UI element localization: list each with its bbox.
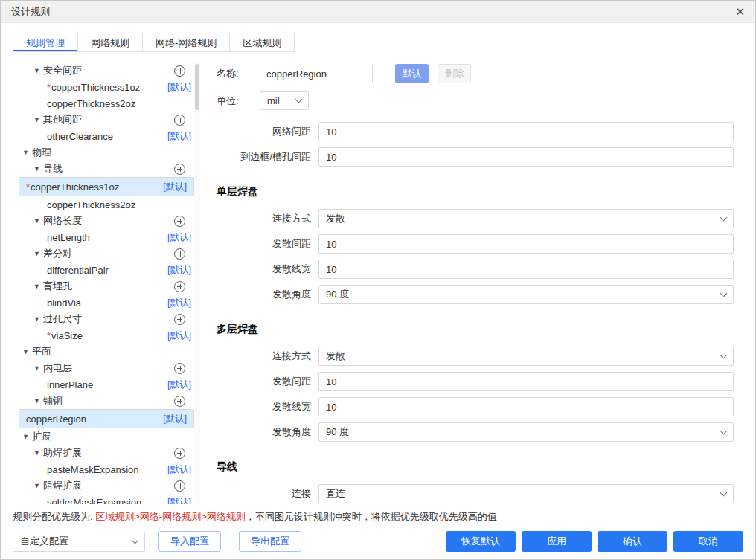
tree-item-label: 导线 (43, 162, 63, 176)
caret-down-icon[interactable]: ▼ (33, 450, 43, 457)
form-field-row: 发散线宽 (217, 397, 743, 416)
tree-group-row[interactable]: ▼安全间距 (19, 62, 194, 79)
tree-item-label: solderMaskExpansion (47, 497, 141, 505)
field-input[interactable] (318, 147, 734, 167)
default-button[interactable]: 默认 (395, 64, 429, 83)
tree-item-label: 铺铜 (43, 394, 63, 408)
tree-group-row[interactable]: ▼铺铜 (19, 393, 194, 409)
scrollbar-thumb[interactable] (195, 64, 199, 110)
tree-rule-row[interactable]: pasteMaskExpansion[默认] (19, 461, 194, 477)
tree-group-row[interactable]: ▼其他间距 (19, 112, 194, 128)
add-rule-icon[interactable] (174, 248, 185, 260)
form-field-row: 连接方式发散 (217, 347, 743, 366)
form-field-row: 发散间距 (217, 372, 743, 391)
restore-default-button[interactable]: 恢复默认 (446, 531, 516, 552)
tree-rule-row[interactable]: copperThickness2oz (19, 196, 194, 213)
field-input[interactable] (318, 372, 734, 391)
caret-down-icon[interactable]: ▼ (33, 166, 43, 173)
form-field-row: 发散线宽 (217, 260, 743, 279)
cancel-button[interactable]: 取消 (673, 531, 743, 552)
add-rule-icon[interactable] (174, 65, 185, 77)
caret-down-icon[interactable]: ▼ (33, 316, 43, 323)
tree-rule-row[interactable]: innerPlane[默认] (19, 376, 194, 393)
tree-group-row[interactable]: ▼阻焊扩展 (19, 477, 194, 494)
tree-group-row[interactable]: ▼差分对 (19, 245, 194, 262)
apply-button[interactable]: 应用 (522, 531, 592, 552)
tree-group-row[interactable]: ▼物理 (19, 144, 194, 161)
tab-item-4[interactable]: 区域规则 (229, 33, 295, 52)
field-input[interactable] (318, 234, 734, 254)
add-rule-icon[interactable] (174, 480, 185, 492)
tree-item-label: 平面 (32, 345, 51, 358)
add-rule-icon[interactable] (174, 281, 185, 292)
tree-group-row[interactable]: ▼平面 (19, 344, 194, 360)
tab-item-2[interactable]: 网络规则 (77, 33, 143, 52)
add-rule-icon[interactable] (174, 115, 185, 126)
tree-rule-row[interactable]: *copperThickness1oz[默认] (19, 79, 194, 95)
caret-down-icon[interactable]: ▼ (33, 398, 43, 405)
export-config-button[interactable]: 导出配置 (239, 531, 301, 552)
confirm-button[interactable]: 确认 (598, 531, 667, 552)
config-select-value: 自定义配置 (20, 535, 68, 548)
caret-down-icon[interactable]: ▼ (33, 283, 43, 290)
delete-button[interactable]: 删除 (438, 64, 471, 83)
caret-down-icon[interactable]: ▼ (33, 483, 43, 489)
tree-rule-row[interactable]: copperThickness2oz (19, 95, 194, 112)
tree-item-label: *copperThickness1oz (47, 82, 140, 93)
field-input[interactable] (318, 260, 734, 279)
tree-rule-row[interactable]: solderMaskExpansion[默认] (19, 494, 194, 504)
tree-rule-row[interactable]: netLength[默认] (19, 229, 194, 245)
tree-rule-row[interactable]: blindVia[默认] (19, 295, 194, 311)
caret-down-icon[interactable]: ▼ (22, 349, 32, 355)
tree-rule-row[interactable]: *copperThickness1oz[默认] (19, 177, 194, 196)
default-badge: [默认] (167, 379, 191, 391)
priority-note-suffix: ，不同图元设计规则冲突时，将依据优先级取优先级高的值 (246, 511, 497, 522)
caret-down-icon[interactable]: ▼ (33, 117, 43, 123)
caret-down-icon[interactable]: ▼ (22, 434, 32, 440)
tree-group-row[interactable]: ▼盲埋孔 (19, 278, 194, 295)
tree-group-row[interactable]: ▼助焊扩展 (19, 445, 194, 461)
add-rule-icon[interactable] (174, 448, 185, 459)
tree-group-row[interactable]: ▼内电层 (19, 360, 194, 376)
tree-group-row[interactable]: ▼扩展 (19, 428, 194, 445)
tree-group-row[interactable]: ▼网络长度 (19, 213, 194, 229)
tree-scrollbar[interactable] (194, 62, 200, 504)
field-select[interactable]: 发散 (318, 347, 734, 366)
import-config-button[interactable]: 导入配置 (158, 531, 221, 552)
tree-rule-row[interactable]: copperRegion[默认] (19, 409, 194, 428)
tree-rule-row[interactable]: differentialPair[默认] (19, 262, 194, 278)
tree-item-label: 盲埋孔 (43, 280, 72, 293)
tree-item-label: blindVia (47, 297, 81, 309)
tree-group-row[interactable]: ▼导线 (19, 161, 194, 177)
rule-tree-panel: ▼安全间距*copperThickness1oz[默认]copperThickn… (13, 62, 200, 504)
tree-item-label: copperThickness2oz (47, 199, 135, 210)
add-rule-icon[interactable] (174, 216, 185, 227)
tree-group-row[interactable]: ▼过孔尺寸 (19, 311, 194, 327)
config-select[interactable]: 自定义配置 (13, 532, 145, 552)
tab-item-3[interactable]: 网络-网络规则 (142, 33, 230, 52)
add-rule-icon[interactable] (174, 314, 185, 325)
unit-select[interactable]: mil (260, 91, 309, 110)
rule-name-input[interactable] (260, 65, 373, 83)
field-input[interactable] (318, 122, 734, 141)
caret-down-icon[interactable]: ▼ (33, 251, 43, 257)
close-icon[interactable]: ✕ (735, 6, 745, 17)
field-select[interactable]: 90 度 (318, 422, 734, 442)
tree-rule-row[interactable]: *viaSize[默认] (19, 327, 194, 344)
name-label: 名称: (217, 67, 260, 80)
field-select[interactable]: 90 度 (318, 285, 734, 304)
tree-rule-row[interactable]: otherClearance[默认] (19, 128, 194, 144)
field-select[interactable]: 直连 (318, 484, 734, 503)
tree-item-label: *viaSize (47, 330, 83, 341)
add-rule-icon[interactable] (174, 164, 185, 175)
caret-down-icon[interactable]: ▼ (33, 365, 43, 372)
caret-down-icon[interactable]: ▼ (33, 218, 43, 225)
caret-down-icon[interactable]: ▼ (22, 149, 32, 156)
field-input[interactable] (318, 397, 734, 416)
caret-down-icon[interactable]: ▼ (33, 68, 43, 74)
field-select[interactable]: 发散 (318, 209, 734, 228)
add-rule-icon[interactable] (174, 396, 185, 407)
tab-bar: 规则管理网络规则网络-网络规则区域规则 (13, 33, 755, 52)
add-rule-icon[interactable] (174, 363, 185, 374)
tab-item-1[interactable]: 规则管理 (13, 33, 78, 52)
